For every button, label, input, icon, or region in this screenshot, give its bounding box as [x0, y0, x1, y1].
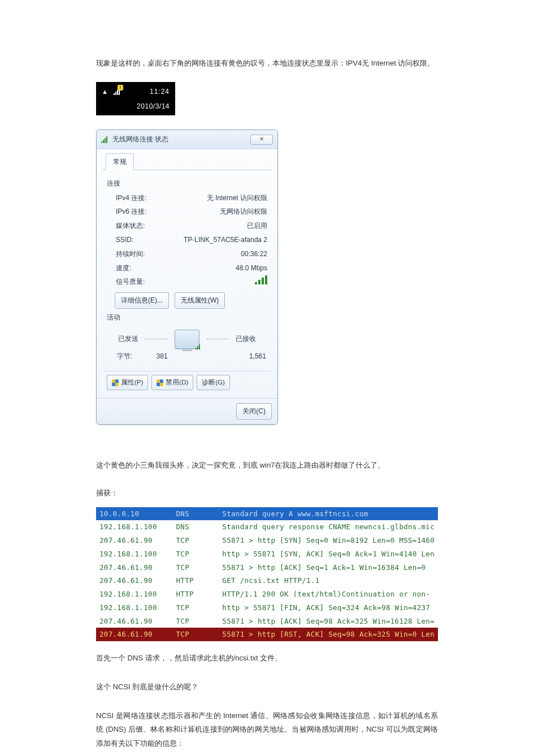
- bytes-recv-value: 1,561: [249, 350, 266, 363]
- ipv6-value: 无网络访问权限: [220, 205, 267, 218]
- shield-icon: [157, 379, 163, 386]
- details-button[interactable]: 详细信息(E)...: [115, 292, 169, 309]
- speed-label: 速度:: [116, 262, 131, 275]
- sent-label: 已发送: [118, 332, 138, 345]
- dialog-close-button[interactable]: ✕: [250, 135, 273, 145]
- ipv6-label: IPv6 连接:: [116, 205, 147, 218]
- dialog-title: 无线网络连接 状态: [112, 133, 250, 146]
- packet-row: 192.168.1.100TCPhttp > 55871 [FIN, ACK] …: [96, 601, 438, 615]
- group-activity: 活动: [107, 311, 268, 324]
- duration-value: 00:36:22: [241, 248, 267, 261]
- properties-button[interactable]: 属性(P): [107, 375, 148, 391]
- diagnose-button[interactable]: 诊断(G): [197, 375, 230, 391]
- packet-row: 207.46.61.90TCP55871 > http [SYN] Seq=0 …: [96, 534, 438, 547]
- wifi-status-dialog: 无线网络连接 状态 ✕ 常规 连接 IPv4 连接:无 Internet 访问权…: [96, 129, 278, 425]
- article-p1: 现象是这样的，桌面右下角的网络连接有黄色的叹号，本地连接状态里显示：IPV4无 …: [96, 57, 438, 71]
- media-label: 媒体状态:: [116, 219, 145, 232]
- packet-row: 207.46.61.90TCP55871 > http [ACK] Seq=98…: [96, 615, 438, 628]
- signal-quality-label: 信号质量:: [116, 275, 145, 288]
- speed-value: 48.0 Mbps: [236, 262, 267, 275]
- signal-quality-bars-icon: [255, 275, 267, 284]
- article-p2: 这个黄色的小三角我很头疼，决定一探究竟，到底 win7在我连上路由器时都做了什么…: [96, 459, 438, 473]
- article-p6: NCSI 是网络连接状态指示器和产生的 Internet 通信。网络感知会收集网…: [96, 709, 438, 751]
- packet-row: 207.46.61.90TCP55871 > http [ACK] Seq=1 …: [96, 561, 438, 574]
- media-value: 已启用: [247, 219, 267, 232]
- recv-label: 已接收: [236, 332, 256, 345]
- tray-arrow-icon: ▲: [102, 86, 108, 98]
- packet-row: 207.46.61.90TCP55871 > http [RST, ACK] S…: [96, 628, 438, 641]
- wireless-props-button[interactable]: 无线属性(W): [175, 292, 225, 309]
- article-p3: 捕获：: [96, 486, 438, 500]
- packet-row: 207.46.61.90HTTPGET /ncsi.txt HTTP/1.1: [96, 574, 438, 587]
- close-button[interactable]: 关闭(C): [236, 403, 272, 420]
- shield-icon: [112, 379, 119, 386]
- disable-button[interactable]: 禁用(D): [151, 375, 193, 391]
- ssid-label: SSID:: [116, 234, 133, 247]
- wifi-signal-icon: [101, 136, 109, 143]
- packet-row: 192.168.1.100DNSStandard query response …: [96, 520, 438, 534]
- article-p5: 这个 NCSI 到底是做什么的呢？: [96, 680, 438, 694]
- activity-monitor-icon: [175, 330, 199, 349]
- packet-capture-table: 10.0.0.10DNSStandard query A www.msftncs…: [96, 507, 438, 642]
- bytes-label: 字节:: [117, 350, 132, 363]
- ipv4-value: 无 Internet 访问权限: [207, 192, 267, 205]
- duration-label: 持续时间:: [116, 248, 145, 261]
- systray-image: ▲ ! 11:24 2010/3/14: [96, 82, 175, 116]
- wifi-with-exclaim-icon: !: [114, 88, 120, 95]
- article-p4: 首先一个 DNS 请求，，然后请求此主机的/ncsi.txt 文件。: [96, 651, 438, 666]
- packet-row: 192.168.1.100HTTPHTTP/1.1 200 OK (text/h…: [96, 587, 438, 601]
- packet-row: 192.168.1.100TCPhttp > 55871 [SYN, ACK] …: [96, 547, 438, 561]
- tab-general[interactable]: 常规: [106, 153, 134, 170]
- group-connection: 连接: [107, 177, 268, 190]
- packet-row: 10.0.0.10DNSStandard query A www.msftncs…: [96, 507, 438, 521]
- bytes-sent-value: 381: [157, 350, 168, 363]
- ipv4-label: IPv4 连接:: [116, 192, 147, 205]
- tray-time: 11:24: [150, 85, 170, 98]
- tray-date: 2010/3/14: [102, 100, 170, 113]
- ssid-value: TP-LINK_57AC5E-afanda 2: [184, 234, 267, 247]
